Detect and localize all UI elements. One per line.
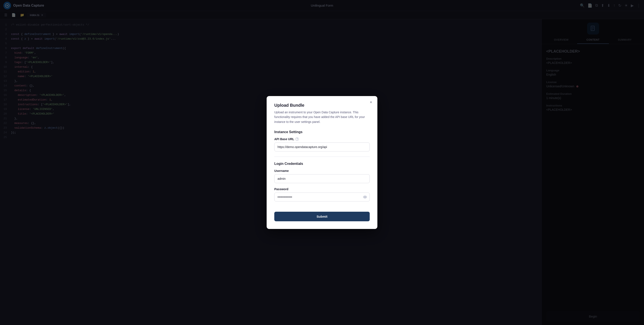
username-input[interactable] xyxy=(274,174,370,183)
modal-overlay: × Upload Bundle Upload an instrument to … xyxy=(0,0,644,325)
instance-settings-title: Instance Settings xyxy=(274,130,370,134)
svg-point-3 xyxy=(364,196,366,198)
svg-point-2 xyxy=(363,196,367,198)
api-url-help-icon[interactable]: ? xyxy=(296,137,299,141)
password-field-group xyxy=(274,192,370,202)
username-field-wrap: Username xyxy=(274,169,370,183)
modal-close-button[interactable]: × xyxy=(368,100,374,106)
login-credentials-title: Login Credentials xyxy=(274,162,370,166)
password-field-wrap: Password xyxy=(274,188,370,202)
api-url-input[interactable] xyxy=(274,142,370,152)
modal-title: Upload Bundle xyxy=(274,103,370,108)
modal-description: Upload an instrument to your Open Data C… xyxy=(274,110,370,124)
username-label: Username xyxy=(274,169,370,172)
password-label: Password xyxy=(274,188,370,191)
api-url-label: API Base URL ? xyxy=(274,137,370,141)
password-toggle-button[interactable] xyxy=(363,195,367,199)
upload-bundle-modal: × Upload Bundle Upload an instrument to … xyxy=(267,96,377,229)
modal-divider xyxy=(274,156,370,157)
api-url-field-wrap: API Base URL ? xyxy=(274,137,370,152)
submit-button[interactable]: Submit xyxy=(274,212,370,221)
password-input[interactable] xyxy=(274,192,370,202)
